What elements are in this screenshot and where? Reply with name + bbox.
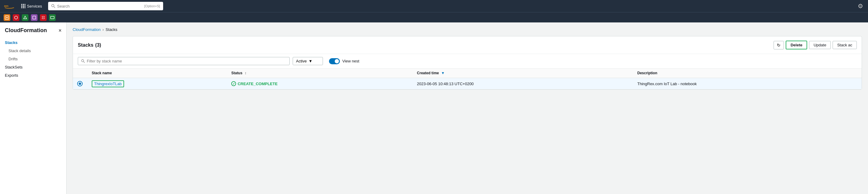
svg-line-11 [84, 61, 85, 63]
table-col-status[interactable]: Status ↕ [226, 68, 412, 78]
sidebar-item-drifts[interactable]: Drifts [0, 55, 66, 63]
shortcut-icon-4[interactable] [31, 14, 37, 21]
update-button[interactable]: Update [809, 41, 831, 49]
breadcrumb: CloudFormation › Stacks [73, 27, 862, 32]
view-nested-toggle-container: View nest [329, 58, 359, 64]
delete-button[interactable]: Delete [786, 40, 807, 49]
sidebar-close-button[interactable]: × [59, 28, 61, 33]
sidebar-nav: Stacks Stack details Drifts StackSets Ex… [0, 38, 66, 79]
table-row[interactable]: ThingrexIoTLab ✓ CREATE_COMPLETE 2023-06… [73, 78, 862, 89]
panel-header: Stacks (3) ↻ Delete Update Stack ac [73, 36, 862, 54]
shortcut-icon-6[interactable] [49, 14, 56, 21]
table-col-name: Stack name [87, 68, 226, 78]
active-filter-label: Active [296, 59, 307, 63]
sidebar-item-stacks[interactable]: Stacks [0, 38, 66, 47]
svg-rect-9 [51, 17, 54, 19]
status-badge: ✓ CREATE_COMPLETE [231, 81, 407, 86]
top-nav: aws Services [Option+S] ⚙ [0, 0, 868, 12]
svg-line-2 [54, 7, 55, 8]
table-header: Stack name Status ↕ Created time ▼ Descr… [73, 68, 862, 78]
panel-count: (3) [95, 43, 101, 48]
svg-point-10 [82, 60, 84, 62]
nav-icon-1[interactable]: ⚙ [857, 1, 864, 11]
table-cell-description: ThingRex.com IoT Lab - notebook [632, 78, 862, 89]
search-bar: [Option+S] [48, 2, 163, 10]
search-icon [51, 4, 55, 8]
filter-bar: Active ▼ View nest [73, 54, 862, 68]
table-col-radio [73, 68, 87, 78]
view-nested-label: View nest [342, 59, 359, 63]
shortcut-icon-3[interactable] [22, 14, 28, 21]
table-cell-radio [73, 78, 87, 89]
table-cell-created: 2023-06-05 10:48:13 UTC+0200 [412, 78, 632, 89]
panel-actions: ↻ Delete Update Stack ac [774, 40, 857, 49]
dropdown-arrow-icon: ▼ [308, 59, 312, 63]
status-sort-icon: ↕ [245, 71, 246, 75]
breadcrumb-separator: › [102, 27, 104, 32]
stacks-table: Stack name Status ↕ Created time ▼ Descr… [73, 68, 862, 89]
panel-title-area: Stacks (3) [78, 43, 101, 48]
shortcut-icon-5[interactable] [40, 14, 46, 21]
filter-stack-name-input[interactable] [87, 59, 286, 63]
table-body: ThingrexIoTLab ✓ CREATE_COMPLETE 2023-06… [73, 78, 862, 89]
sidebar: CloudFormation × Stacks Stack details Dr… [0, 22, 67, 194]
grid-icon [21, 4, 25, 8]
main-layout: CloudFormation × Stacks Stack details Dr… [0, 22, 868, 194]
content: CloudFormation › Stacks Stacks (3) ↻ Del… [67, 22, 868, 194]
panel-title: Stacks [78, 43, 94, 48]
sidebar-header: CloudFormation × [0, 27, 66, 38]
shortcut-icon-1[interactable] [4, 14, 10, 21]
table-cell-status: ✓ CREATE_COMPLETE [226, 78, 412, 89]
status-complete-icon: ✓ [231, 81, 236, 86]
search-input[interactable] [57, 4, 142, 8]
breadcrumb-current: Stacks [105, 27, 117, 32]
nav-right: ⚙ [857, 1, 864, 11]
sidebar-item-exports[interactable]: Exports [0, 71, 66, 79]
services-label: Services [27, 4, 42, 8]
aws-logo[interactable]: aws [4, 2, 15, 10]
sidebar-item-stacksets[interactable]: StackSets [0, 63, 66, 71]
refresh-button[interactable]: ↻ [774, 41, 784, 49]
breadcrumb-parent[interactable]: CloudFormation [73, 27, 101, 32]
search-shortcut: [Option+S] [144, 4, 160, 8]
radio-selected-icon [78, 82, 82, 86]
table-col-created[interactable]: Created time ▼ [412, 68, 632, 78]
created-sort-icon: ▼ [441, 71, 445, 75]
stacks-panel: Stacks (3) ↻ Delete Update Stack ac [73, 36, 862, 90]
active-filter-dropdown[interactable]: Active ▼ [293, 57, 323, 65]
status-text: CREATE_COMPLETE [238, 82, 278, 86]
services-button[interactable]: Services [19, 3, 44, 10]
svg-marker-7 [24, 16, 27, 19]
svg-text:aws: aws [4, 4, 8, 7]
svg-rect-8 [33, 16, 36, 19]
filter-search-icon [81, 59, 85, 63]
table-cell-name[interactable]: ThingrexIoTLab [87, 78, 226, 89]
svg-point-1 [52, 4, 54, 7]
table-col-description: Description [632, 68, 862, 78]
svg-point-6 [14, 16, 18, 19]
stack-name-link[interactable]: ThingrexIoTLab [92, 80, 124, 87]
sidebar-title: CloudFormation [5, 27, 47, 34]
stack-actions-button[interactable]: Stack ac [833, 41, 857, 49]
filter-input-wrapper [78, 57, 290, 65]
view-nested-toggle[interactable] [329, 58, 340, 64]
shortcut-icon-2[interactable] [13, 14, 19, 21]
sidebar-item-stack-details[interactable]: Stack details [0, 47, 66, 55]
shortcuts-bar [0, 12, 868, 22]
